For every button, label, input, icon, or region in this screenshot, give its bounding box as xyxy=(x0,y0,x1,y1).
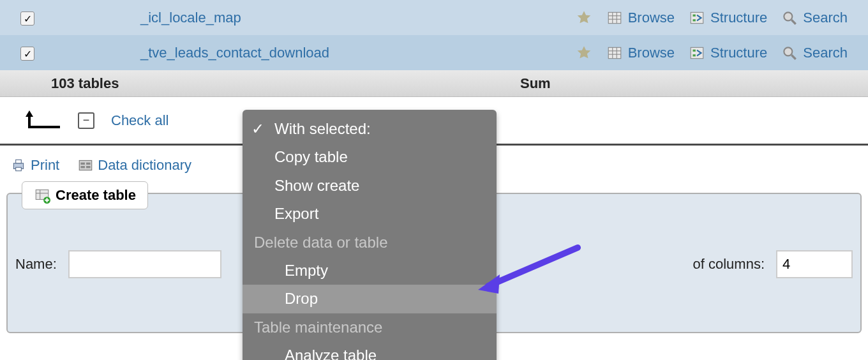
dd-drop[interactable]: Drop xyxy=(243,285,497,313)
structure-action[interactable]: Structure xyxy=(689,45,767,61)
star-icon xyxy=(576,45,592,61)
svg-rect-25 xyxy=(86,163,91,165)
row-checkbox[interactable]: ✓ xyxy=(20,11,34,26)
star-icon xyxy=(576,10,592,26)
checkall-checkbox[interactable]: − xyxy=(78,112,94,129)
svg-rect-26 xyxy=(81,166,86,168)
dd-with-selected[interactable]: With selected: xyxy=(243,115,497,143)
table-add-icon xyxy=(34,187,50,204)
table-name-link[interactable]: _tve_leads_contact_download xyxy=(140,45,576,61)
dd-export[interactable]: Export xyxy=(243,200,497,228)
dd-empty[interactable]: Empty xyxy=(243,257,497,285)
table-icon xyxy=(606,45,623,61)
favorite-action[interactable] xyxy=(576,45,592,61)
svg-rect-23 xyxy=(80,160,93,170)
with-selected-dropdown[interactable]: With selected: Copy table Show create Ex… xyxy=(243,110,497,333)
table-icon xyxy=(606,10,623,26)
browse-action[interactable]: Browse xyxy=(606,10,675,26)
table-row: ✓ _tve_leads_contact_download Browse Str… xyxy=(0,35,868,70)
search-icon xyxy=(781,45,798,61)
dd-show-create[interactable]: Show create xyxy=(243,172,497,200)
svg-rect-7 xyxy=(693,19,696,21)
svg-line-19 xyxy=(792,55,797,59)
svg-line-9 xyxy=(792,20,797,24)
structure-icon xyxy=(689,10,705,26)
svg-rect-10 xyxy=(608,47,621,58)
create-table-button[interactable]: Create table xyxy=(22,181,148,209)
svg-rect-6 xyxy=(693,14,696,16)
table-name-input[interactable] xyxy=(68,250,221,278)
svg-rect-0 xyxy=(608,12,621,23)
checkbox-cell: ✓ xyxy=(6,10,140,26)
svg-rect-24 xyxy=(81,163,86,165)
summary-row: 103 tables Sum xyxy=(0,70,868,97)
favorite-action[interactable] xyxy=(576,10,592,26)
search-label: Search xyxy=(803,10,848,26)
svg-point-8 xyxy=(784,12,793,20)
print-icon xyxy=(10,157,27,174)
search-action[interactable]: Search xyxy=(781,10,848,26)
columns-input[interactable] xyxy=(776,250,853,278)
dd-copy-table[interactable]: Copy table xyxy=(243,143,497,171)
create-table-label: Create table xyxy=(56,187,136,204)
data-dictionary-icon xyxy=(77,157,94,174)
structure-label: Structure xyxy=(710,10,767,26)
checkall-link[interactable]: Check all xyxy=(111,112,168,129)
checkbox-cell: ✓ xyxy=(6,45,140,61)
svg-rect-21 xyxy=(16,160,22,163)
print-link[interactable]: Print xyxy=(10,157,59,174)
sum-label: Sum xyxy=(520,75,551,92)
row-checkbox[interactable]: ✓ xyxy=(20,47,34,61)
svg-point-18 xyxy=(784,47,793,56)
svg-rect-17 xyxy=(693,54,696,56)
data-dictionary-link[interactable]: Data dictionary xyxy=(77,157,191,174)
table-row: ✓ _icl_locale_map Browse Structure Searc… xyxy=(0,0,868,35)
tables-count: 103 tables xyxy=(0,75,520,92)
table-name-link[interactable]: _icl_locale_map xyxy=(140,10,576,26)
data-dictionary-label: Data dictionary xyxy=(98,157,191,174)
arrow-up-left-icon xyxy=(23,108,61,133)
svg-rect-27 xyxy=(86,166,91,168)
search-icon xyxy=(781,10,798,26)
print-label: Print xyxy=(31,157,59,174)
structure-label: Structure xyxy=(710,45,767,61)
browse-label: Browse xyxy=(628,10,675,26)
dd-group-maintenance: Table maintenance xyxy=(243,313,497,333)
name-label: Name: xyxy=(15,256,57,273)
browse-action[interactable]: Browse xyxy=(606,45,675,61)
search-action[interactable]: Search xyxy=(781,45,848,61)
browse-label: Browse xyxy=(628,45,675,61)
svg-rect-16 xyxy=(693,49,696,51)
columns-label: of columns: xyxy=(693,256,765,273)
svg-rect-22 xyxy=(16,167,22,170)
structure-icon xyxy=(689,45,705,61)
search-label: Search xyxy=(803,45,848,61)
structure-action[interactable]: Structure xyxy=(689,10,767,26)
dd-group-delete: Delete data or table xyxy=(243,229,497,257)
